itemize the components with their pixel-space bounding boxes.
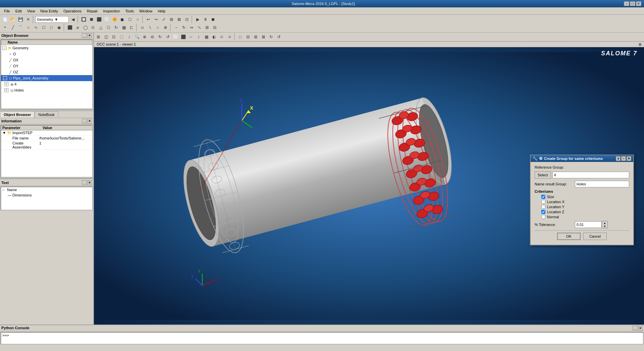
text-minimize-btn[interactable]: _ [82, 180, 87, 185]
module-dropdown[interactable]: Geometry ▼ [35, 16, 69, 23]
tree-item-o[interactable]: + O [1, 51, 92, 57]
tb3d-3[interactable]: ⬛ [95, 16, 103, 23]
new-btn[interactable]: 📄 [1, 16, 9, 23]
tree-item-4[interactable]: + ▣ 4 [1, 81, 92, 87]
tb-a2[interactable]: ↪ [152, 16, 160, 23]
module-prev[interactable]: ◀ [69, 16, 77, 23]
normal-checkbox[interactable] [541, 215, 545, 219]
xform-mirror[interactable]: ⇔ [188, 24, 195, 31]
maximize-btn[interactable]: □ [630, 1, 635, 6]
geom-disk[interactable]: ◉ [55, 24, 63, 31]
menu-view[interactable]: View [24, 8, 38, 14]
text-close-btn[interactable]: ✕ [87, 180, 92, 185]
size-checkbox[interactable] [541, 195, 545, 199]
vt-3[interactable]: ⊡ [110, 33, 117, 41]
console-min-btn[interactable]: _ [633, 326, 637, 331]
xform-proj[interactable]: ⊟ [211, 24, 218, 31]
geom-box[interactable]: ⬛ [66, 24, 73, 31]
xform-scale[interactable]: ⤡ [196, 24, 203, 31]
name-result-input[interactable] [575, 181, 629, 187]
geom-poly[interactable]: ⬡ [40, 24, 47, 31]
tb-b2[interactable]: ⏸ [202, 16, 209, 23]
vt-8[interactable]: ⊖ [149, 33, 156, 41]
menu-new-entity[interactable]: New Entity [38, 8, 61, 14]
dialog-close-btn[interactable]: ✕ [627, 156, 631, 161]
vt-5[interactable]: ↕ [126, 33, 133, 41]
vt-21[interactable]: ⊞ [252, 33, 259, 41]
info-minimize-btn[interactable]: _ [82, 119, 87, 123]
vt-7[interactable]: ⊕ [141, 33, 148, 41]
tb-a4[interactable]: ⊞ [168, 16, 175, 23]
bool-sect[interactable]: ⊗ [162, 24, 169, 31]
tb3d-8[interactable]: ○ [134, 16, 141, 23]
vt-18[interactable]: ⊃ [226, 33, 233, 41]
expand-pipe[interactable]: − [3, 76, 7, 80]
geom-sphere[interactable]: ◯ [82, 24, 89, 31]
cancel-button[interactable]: Cancel [583, 233, 607, 240]
save-btn[interactable]: 💾 [17, 16, 24, 23]
tree-item-holes[interactable]: + ▤ Holes [1, 87, 92, 93]
tb3d-2[interactable]: 🔳 [88, 16, 95, 23]
dialog-title-controls[interactable]: ∨ − ✕ [616, 156, 631, 161]
xform-rot[interactable]: ↻ [180, 24, 188, 31]
tree-item-ox[interactable]: ╱ OX [1, 57, 92, 63]
vt-23[interactable]: ↻ [267, 33, 275, 41]
menu-tools[interactable]: Tools [122, 8, 137, 14]
vt-9[interactable]: ↻ [156, 33, 164, 41]
object-tree-area[interactable]: Name − 📁 Geometry + O ╱ OX [1, 40, 93, 109]
panel-minimize-btn[interactable]: _ [82, 33, 87, 38]
console-body[interactable]: >>> [1, 332, 643, 344]
close-btn[interactable]: ✕ [636, 1, 641, 6]
tree-item-oy[interactable]: ╱ OY [1, 63, 92, 69]
geom-arc[interactable]: ⌒ [17, 24, 24, 31]
info-controls[interactable]: _ ✕ [82, 119, 92, 123]
reference-value-input[interactable] [552, 172, 629, 178]
ok-button[interactable]: OK [557, 233, 581, 240]
geom-circle[interactable]: ○ [24, 24, 32, 31]
info-close-btn[interactable]: ✕ [87, 119, 92, 123]
geom-fill[interactable]: ▦ [120, 24, 128, 31]
bool-int[interactable]: ∩ [154, 24, 161, 31]
tb3d-6[interactable]: ◼ [118, 16, 126, 23]
tree-item-root[interactable]: − 📁 Geometry [1, 45, 92, 51]
location-z-checkbox[interactable] [541, 210, 545, 214]
panel-close-btn[interactable]: ✕ [87, 33, 92, 38]
vt-15[interactable]: ▦ [203, 33, 210, 41]
geom-cone[interactable]: △ [97, 24, 104, 31]
menu-window[interactable]: Window [137, 8, 155, 14]
tb-a6[interactable]: ⊡ [183, 16, 191, 23]
vt-4[interactable]: ⬚ [118, 33, 125, 41]
tolerance-spinner[interactable]: ▲ ▼ [602, 221, 608, 228]
vt-20[interactable]: ⊟ [244, 33, 252, 41]
select-button[interactable]: Select [535, 171, 551, 179]
location-x-checkbox[interactable] [541, 200, 545, 204]
expand-4[interactable]: + [4, 82, 8, 86]
tb3d-7[interactable]: ⬡ [126, 16, 134, 23]
vt-19[interactable]: □ [237, 33, 244, 41]
vt-24[interactable]: ↺ [275, 33, 283, 41]
geom-curve[interactable]: ∿ [32, 24, 40, 31]
dialog-min-btn[interactable]: − [621, 156, 626, 161]
vt-16[interactable]: ◐ [210, 33, 218, 41]
tb-a1[interactable]: ↩ [145, 16, 152, 23]
tb-b3[interactable]: ⏹ [209, 16, 217, 23]
spinner-up-btn[interactable]: ▲ [602, 221, 607, 225]
menu-edit[interactable]: Edit [13, 8, 24, 14]
menu-help[interactable]: Help [155, 8, 168, 14]
tab-object-browser[interactable]: Object Browser [0, 111, 35, 118]
vt-12[interactable]: ⬛ [180, 33, 187, 41]
text-controls[interactable]: _ ✕ [82, 180, 92, 185]
geom-torus[interactable]: ⊙ [89, 24, 97, 31]
tree-item-oz[interactable]: ╱ OZ [1, 69, 92, 75]
menu-inspection[interactable]: Inspection [100, 8, 122, 14]
bool-cut[interactable]: ∖ [146, 24, 154, 31]
panel-controls[interactable]: _ ✕ [82, 33, 92, 38]
minimize-btn[interactable]: − [624, 1, 629, 6]
menu-repair[interactable]: Repair [84, 8, 100, 14]
tree-item-pipe[interactable]: − ⬡ Pipe_Joint_Assembly [1, 75, 92, 81]
vt-1[interactable]: ⊞ [95, 33, 102, 41]
geom-line[interactable]: ╱ [9, 24, 16, 31]
open-btn[interactable]: 📂 [9, 16, 16, 23]
console-close-btn[interactable]: ✕ [638, 326, 643, 331]
spinner-down-btn[interactable]: ▼ [602, 225, 607, 228]
